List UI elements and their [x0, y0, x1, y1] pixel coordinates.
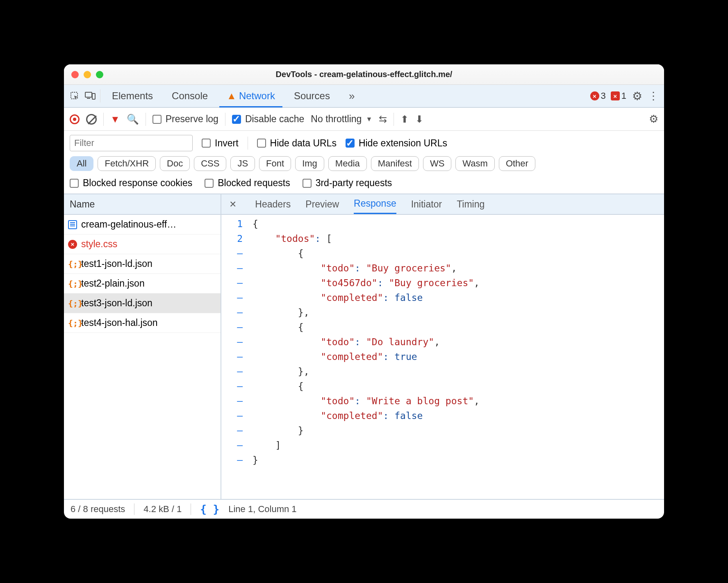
hide-data-urls-checkbox[interactable]: Hide data URLs — [257, 138, 337, 149]
svg-rect-3 — [92, 93, 95, 99]
status-requests: 6 / 8 requests — [71, 504, 125, 515]
request-list: cream-gelatinous-eff…×style.css{;}test1-… — [64, 215, 221, 499]
error-icon: × — [68, 240, 77, 249]
devtools-window: DevTools - cream-gelatinous-effect.glitc… — [64, 64, 664, 519]
request-name: test4-json-hal.json — [81, 317, 158, 328]
error-count: 3 — [601, 91, 606, 101]
device-toggle-icon[interactable] — [84, 90, 96, 102]
type-chip-ws[interactable]: WS — [423, 156, 451, 171]
detail-tabs: × HeadersPreviewResponseInitiatorTiming — [221, 194, 664, 215]
detail-tab-headers[interactable]: Headers — [255, 194, 291, 214]
minimize-window-button[interactable] — [84, 71, 91, 78]
request-row[interactable]: {;}test3-json-ld.json — [64, 294, 221, 313]
filter-funnel-icon[interactable]: ▼ — [110, 114, 120, 125]
content-split: Name cream-gelatinous-eff…×style.css{;}t… — [64, 194, 664, 499]
type-chip-img[interactable]: Img — [295, 156, 324, 171]
blocked-cookies-checkbox[interactable]: Blocked response cookies — [70, 178, 192, 189]
blocked-requests-checkbox[interactable]: Blocked requests — [205, 178, 290, 189]
more-filters-row: Blocked response cookies Blocked request… — [64, 175, 664, 194]
request-row[interactable]: ×style.css — [64, 235, 221, 254]
issue-icon: × — [611, 91, 620, 100]
blocked-cookies-label: Blocked response cookies — [83, 178, 192, 189]
pretty-print-button[interactable]: { } — [200, 503, 219, 515]
json-icon: {;} — [68, 319, 77, 328]
response-code[interactable]: { "todos": [ { "todo": "Buy groceries", … — [248, 215, 484, 499]
json-icon: {;} — [68, 279, 77, 288]
json-icon: {;} — [68, 299, 77, 308]
third-party-label: 3rd-party requests — [316, 178, 392, 189]
detail-tab-timing[interactable]: Timing — [457, 194, 485, 214]
settings-gear-icon[interactable]: ⚙ — [631, 90, 643, 102]
detail-tab-response[interactable]: Response — [354, 194, 396, 214]
throttling-select[interactable]: No throttling ▼ — [311, 114, 372, 125]
tab-network[interactable]: ▲ Network — [219, 85, 282, 107]
request-name: test2-plain.json — [81, 278, 145, 289]
invert-label: Invert — [215, 138, 239, 149]
filter-row: Invert Hide data URLs ✓ Hide extension U… — [64, 131, 664, 154]
request-list-pane: Name cream-gelatinous-eff…×style.css{;}t… — [64, 194, 221, 499]
tab-network-label: Network — [239, 90, 275, 102]
inspect-icon[interactable] — [69, 90, 80, 102]
type-chip-js[interactable]: JS — [230, 156, 255, 171]
close-detail-button[interactable]: × — [230, 198, 236, 211]
filter-input[interactable] — [70, 135, 193, 151]
preserve-log-label: Preserve log — [166, 114, 218, 125]
request-name: test1-json-ld.json — [81, 258, 152, 269]
type-chip-manifest[interactable]: Manifest — [371, 156, 419, 171]
request-detail-pane: × HeadersPreviewResponseInitiatorTiming … — [221, 194, 664, 499]
network-settings-icon[interactable]: ⚙ — [649, 113, 658, 125]
tab-sources[interactable]: Sources — [287, 85, 337, 107]
request-row[interactable]: {;}test4-json-hal.json — [64, 313, 221, 333]
status-bar: 6 / 8 requests 4.2 kB / 1 { } Line 1, Co… — [64, 499, 664, 519]
request-row[interactable]: {;}test1-json-ld.json — [64, 254, 221, 274]
svg-rect-2 — [87, 98, 90, 99]
warning-triangle-icon: ▲ — [227, 90, 237, 102]
disable-cache-checkbox[interactable]: ✓ Disable cache — [232, 114, 304, 125]
kebab-menu-icon[interactable]: ⋮ — [648, 90, 659, 102]
tab-console[interactable]: Console — [164, 85, 215, 107]
error-badge[interactable]: × 3 — [590, 91, 606, 101]
preserve-log-checkbox[interactable]: Preserve log — [152, 114, 218, 125]
type-chip-fetchxhr[interactable]: Fetch/XHR — [98, 156, 156, 171]
request-row[interactable]: {;}test2-plain.json — [64, 274, 221, 294]
request-name: test3-json-ld.json — [81, 298, 152, 309]
network-toolbar: ▼ 🔍 Preserve log ✓ Disable cache No thro… — [64, 108, 664, 131]
type-chip-media[interactable]: Media — [328, 156, 367, 171]
window-title: DevTools - cream-gelatinous-effect.glitc… — [64, 70, 664, 79]
record-button[interactable] — [70, 114, 80, 124]
request-row[interactable]: cream-gelatinous-eff… — [64, 215, 221, 235]
svg-rect-1 — [85, 92, 92, 97]
maximize-window-button[interactable] — [96, 71, 103, 78]
detail-tab-initiator[interactable]: Initiator — [411, 194, 442, 214]
resource-type-filter: AllFetch/XHRDocCSSJSFontImgMediaManifest… — [64, 154, 664, 175]
response-body[interactable]: 12––––––––––––––– { "todos": [ { "todo":… — [221, 215, 664, 499]
line-gutter[interactable]: 12––––––––––––––– — [221, 215, 248, 499]
hide-data-urls-label: Hide data URLs — [270, 138, 337, 149]
type-chip-font[interactable]: Font — [259, 156, 291, 171]
third-party-checkbox[interactable]: 3rd-party requests — [303, 178, 392, 189]
invert-checkbox[interactable]: Invert — [202, 138, 239, 149]
issue-count: 1 — [621, 91, 626, 101]
status-transfer: 4.2 kB / 1 — [143, 504, 182, 515]
type-chip-all[interactable]: All — [70, 156, 93, 171]
request-list-header[interactable]: Name — [64, 194, 221, 215]
detail-tab-preview[interactable]: Preview — [305, 194, 339, 214]
clear-log-button[interactable] — [86, 114, 97, 125]
hide-ext-urls-checkbox[interactable]: ✓ Hide extension URLs — [346, 138, 447, 149]
request-name: cream-gelatinous-eff… — [81, 219, 176, 230]
disable-cache-label: Disable cache — [245, 114, 304, 125]
type-chip-doc[interactable]: Doc — [160, 156, 190, 171]
type-chip-css[interactable]: CSS — [194, 156, 226, 171]
search-icon[interactable]: 🔍 — [127, 114, 139, 125]
close-window-button[interactable] — [71, 71, 79, 78]
more-tabs-button[interactable]: » — [341, 85, 362, 107]
json-icon: {;} — [68, 260, 77, 269]
issue-badge[interactable]: × 1 — [611, 91, 626, 101]
type-chip-other[interactable]: Other — [499, 156, 535, 171]
upload-har-icon[interactable]: ⬆ — [400, 114, 409, 125]
request-name: style.css — [81, 239, 117, 250]
type-chip-wasm[interactable]: Wasm — [455, 156, 495, 171]
network-conditions-icon[interactable]: ⇆ — [379, 114, 387, 125]
tab-elements[interactable]: Elements — [105, 85, 160, 107]
download-har-icon[interactable]: ⬇ — [415, 114, 423, 125]
